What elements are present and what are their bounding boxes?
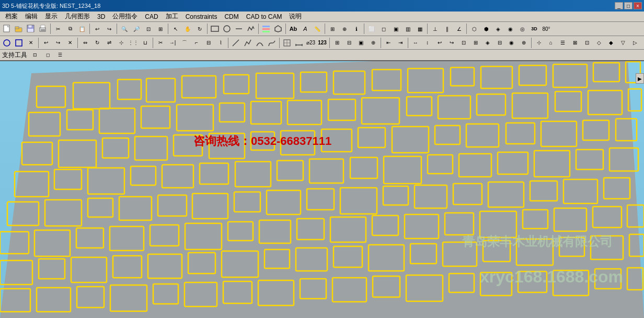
tb-pan[interactable]: ✋ xyxy=(182,23,193,35)
tb2-r12[interactable]: ⊕ xyxy=(518,37,530,49)
tb2-explode[interactable]: ⊕ xyxy=(367,37,379,49)
tb2-r20[interactable]: ▽ xyxy=(617,37,629,49)
tb2-r19[interactable]: ◆ xyxy=(605,37,617,49)
menu-help[interactable]: 说明 xyxy=(286,12,305,21)
support-btn3[interactable]: ☰ xyxy=(55,50,65,60)
tb2-v2[interactable]: ⇥ xyxy=(395,37,406,49)
tb2-r15[interactable]: ☰ xyxy=(557,37,569,49)
tb-zoom-in[interactable]: 🔍 xyxy=(119,23,130,35)
close-button[interactable]: × xyxy=(634,2,642,9)
tb2-delete[interactable]: ✕ xyxy=(64,37,76,49)
tb2-mirror[interactable]: ⇌ xyxy=(104,37,115,49)
tb-copy[interactable]: ⧉ xyxy=(64,23,76,35)
menu-3d[interactable]: 3D xyxy=(94,13,108,21)
tb2-r2[interactable] xyxy=(13,37,25,49)
tb-font[interactable]: A xyxy=(300,23,311,35)
tb2-array[interactable]: ⋮⋮ xyxy=(128,37,139,49)
tb-snap-point[interactable]: ⊕ xyxy=(339,23,350,35)
tb-measure[interactable]: 📏 xyxy=(312,23,323,35)
tb2-r11[interactable]: ◉ xyxy=(506,37,518,49)
tb2-arc[interactable] xyxy=(254,37,266,49)
tb2-offset[interactable]: ⊟ xyxy=(203,37,214,49)
tb2-r4[interactable]: ↕ xyxy=(422,37,433,49)
menu-cad-to-cam[interactable]: CAD to CAM xyxy=(243,13,285,21)
tb-cut[interactable]: ✂ xyxy=(52,23,64,35)
tb-h4[interactable]: ◉ xyxy=(504,23,516,35)
tb-h1[interactable]: ⬡ xyxy=(468,23,480,35)
tb-3d-view[interactable] xyxy=(272,23,284,35)
tb2-r7[interactable]: ⊡ xyxy=(458,37,469,49)
menu-edit[interactable]: 编辑 xyxy=(22,12,41,21)
tb2-r22[interactable]: ◁ xyxy=(641,37,644,49)
tb2-join[interactable]: ⊔ xyxy=(140,37,151,49)
tb2-break[interactable]: ⌇ xyxy=(215,37,226,49)
tb2-move[interactable]: ⇔ xyxy=(79,37,91,49)
tb-constraint2[interactable]: ∥ xyxy=(441,23,453,35)
maximize-button[interactable]: □ xyxy=(624,2,632,9)
title-bar-controls[interactable]: _ □ × xyxy=(615,2,642,9)
tb2-r18[interactable]: ◇ xyxy=(593,37,605,49)
tb2-ungroup[interactable]: ⊟ xyxy=(343,37,355,49)
tb2-r14[interactable]: ⌂ xyxy=(545,37,557,49)
tb-btn-a1[interactable] xyxy=(209,23,221,35)
tb2-r8[interactable]: ⊞ xyxy=(470,37,481,49)
menu-cad[interactable]: CAD xyxy=(142,13,161,21)
tb2-r13[interactable]: ⊹ xyxy=(533,37,545,49)
tb2-rotate2[interactable]: ↻ xyxy=(91,37,103,49)
tb2-extend[interactable]: →| xyxy=(167,37,178,49)
tb-g4[interactable]: ▥ xyxy=(402,23,413,35)
tb2-hatch[interactable] xyxy=(281,37,293,49)
tb2-r3[interactable]: ↔ xyxy=(410,37,421,49)
tb-g2[interactable]: ◻ xyxy=(378,23,389,35)
tb-save[interactable] xyxy=(25,23,37,35)
menu-constraints[interactable]: Constraints xyxy=(182,13,221,21)
tb2-v1[interactable]: ⇤ xyxy=(383,37,394,49)
support-btn2[interactable]: ◻ xyxy=(43,50,52,60)
support-btn1[interactable]: ⊡ xyxy=(30,50,40,60)
tb2-r5[interactable]: ↩ xyxy=(434,37,445,49)
tb-print[interactable] xyxy=(37,23,49,35)
tb-zoom-fit[interactable]: ⊡ xyxy=(143,23,154,35)
tb2-chamfer[interactable]: ⌐ xyxy=(191,37,202,49)
tb2-cross[interactable]: ✕ xyxy=(25,37,37,49)
tb2-group[interactable]: ⊞ xyxy=(331,37,343,49)
menu-common[interactable]: 公用指令 xyxy=(109,12,141,21)
tb-constraint1[interactable]: ⊥ xyxy=(429,23,441,35)
tb-h3[interactable]: ◈ xyxy=(492,23,504,35)
tb-btn-a3[interactable] xyxy=(233,23,245,35)
tb-h2[interactable]: ⬢ xyxy=(480,23,492,35)
tb-btn-a4[interactable] xyxy=(245,23,257,35)
tb2-r10[interactable]: ⊟ xyxy=(494,37,505,49)
tb2-r1[interactable] xyxy=(1,37,13,49)
tb-paste[interactable]: 📋 xyxy=(76,23,88,35)
tb-properties[interactable]: ℹ xyxy=(351,23,362,35)
tb2-fillet[interactable]: ⌒ xyxy=(179,37,190,49)
menu-cdm[interactable]: CDM xyxy=(221,13,242,21)
tb-select[interactable]: ↖ xyxy=(170,23,181,35)
tb2-undo2[interactable]: ↩ xyxy=(40,37,52,49)
right-arrow-button[interactable]: ▶ xyxy=(636,73,644,84)
tb2-line[interactable] xyxy=(230,37,242,49)
tb2-redo2[interactable]: ↪ xyxy=(52,37,64,49)
menu-display[interactable]: 显示 xyxy=(42,12,61,21)
tb-undo[interactable]: ↩ xyxy=(91,23,103,35)
menu-machining[interactable]: 加工 xyxy=(163,12,181,21)
minimize-button[interactable]: _ xyxy=(615,2,623,9)
tb2-spline[interactable] xyxy=(266,37,278,49)
menu-geometry[interactable]: 几何图形 xyxy=(62,12,93,21)
tb-3dmode[interactable]: 3D xyxy=(528,23,540,35)
tb-btn-a2[interactable] xyxy=(221,23,233,35)
tb-zoom-window[interactable]: ⊞ xyxy=(155,23,166,35)
tb2-r16[interactable]: ⊠ xyxy=(569,37,581,49)
tb2-polyline[interactable] xyxy=(242,37,254,49)
tb-g5[interactable]: ▦ xyxy=(414,23,426,35)
tb-constraint3[interactable]: ∠ xyxy=(453,23,465,35)
tb2-trim[interactable]: ✂ xyxy=(155,37,166,49)
tb2-r9[interactable]: ◈ xyxy=(482,37,493,49)
tb-h5[interactable]: ◎ xyxy=(516,23,528,35)
tb-rotate[interactable]: ↻ xyxy=(194,23,205,35)
tb-new[interactable] xyxy=(1,23,13,35)
tb-g1[interactable]: ⬜ xyxy=(366,23,377,35)
tb-open[interactable] xyxy=(13,23,25,35)
tb2-r17[interactable]: ⊡ xyxy=(581,37,593,49)
